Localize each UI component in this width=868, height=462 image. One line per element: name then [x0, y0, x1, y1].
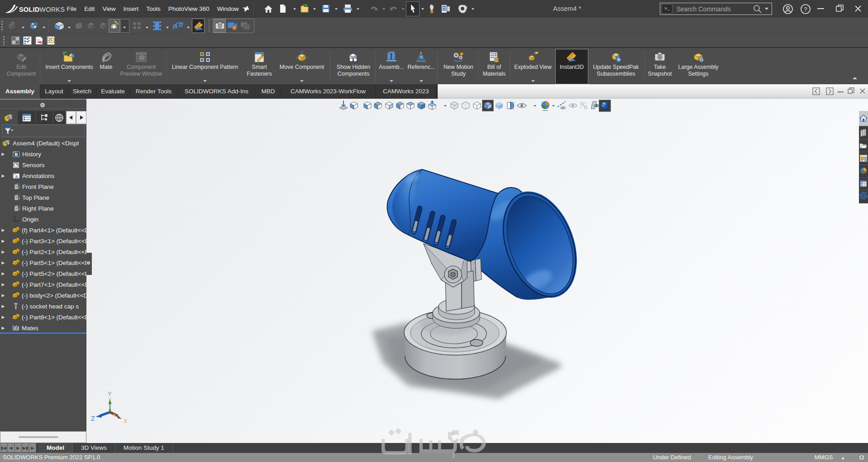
svg-text:?: ? [804, 6, 807, 13]
svg-text:Z: Z [91, 415, 95, 422]
svg-text:?: ? [41, 41, 43, 45]
svg-text:X: X [124, 418, 128, 424]
svg-text:SOLIDWORKS: SOLIDWORKS [19, 6, 65, 13]
svg-text:Y: Y [108, 390, 112, 397]
